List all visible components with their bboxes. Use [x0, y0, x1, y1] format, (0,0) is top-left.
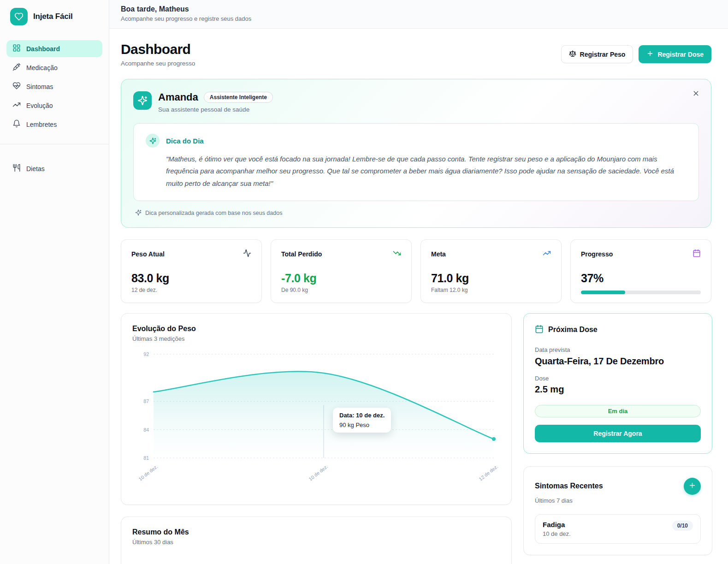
stat-sub: De 90.0 kg	[281, 287, 401, 293]
svg-text:12 de dez.: 12 de dez.	[478, 463, 499, 482]
symptom-date: 10 de dez.	[543, 530, 571, 537]
svg-text:10 de dez.: 10 de dez.	[308, 463, 329, 482]
stat-sub: Faltam 12.0 kg	[431, 287, 551, 293]
trending-up-icon	[12, 101, 21, 110]
svg-text:84: 84	[143, 427, 149, 432]
main-area: Boa tarde, Matheus Acompanhe seu progres…	[109, 0, 728, 564]
page-title: Dashboard	[121, 42, 195, 57]
sidebar-item-label: Sintomas	[26, 83, 53, 90]
assistant-card: Amanda Assistente Inteligente Sua assist…	[121, 79, 711, 228]
plus-icon	[688, 481, 696, 491]
dose-date-label: Data prevista	[535, 346, 701, 353]
sidebar: Injeta Fácil Dashboard Medicação Sintoma…	[0, 0, 109, 564]
sidebar-item-evolucao[interactable]: Evolução	[6, 97, 102, 114]
sidebar-item-dashboard[interactable]: Dashboard	[6, 40, 102, 57]
assistant-name: Amanda	[158, 91, 198, 103]
month-summary-subtitle: Últimos 30 dias	[132, 539, 500, 546]
stats-row: Peso Atual 83.0 kg 12 de dez. Total Perd…	[121, 239, 711, 303]
heart-logo-icon	[10, 8, 28, 25]
dose-status-badge: Em dia	[535, 405, 701, 417]
stat-value: -7.0 kg	[281, 272, 401, 285]
calendar-icon	[692, 249, 701, 259]
heart-pulse-icon	[12, 82, 21, 91]
svg-text:87: 87	[143, 398, 149, 404]
add-symptom-button[interactable]	[684, 478, 701, 495]
sparkles-avatar-icon	[133, 91, 152, 110]
sidebar-item-label: Lembretes	[26, 121, 57, 128]
app-root: Injeta Fácil Dashboard Medicação Sintoma…	[0, 0, 728, 564]
stat-value: 83.0 kg	[131, 272, 251, 285]
next-dose-title: Próxima Dose	[548, 326, 598, 334]
symptoms-subtitle: Últimos 7 dias	[535, 497, 701, 504]
tip-card: Dica do Dia "Matheus, é ótimo ver que vo…	[133, 123, 699, 201]
stat-value: 71.0 kg	[431, 272, 551, 285]
sidebar-item-lembretes[interactable]: Lembretes	[6, 116, 102, 133]
scale-icon	[569, 50, 576, 59]
sparkles-small-icon	[135, 209, 142, 217]
symptom-score-badge: 0/10	[672, 521, 693, 531]
progress-bar	[581, 291, 701, 294]
sidebar-nav: Dashboard Medicação Sintomas Evolução Le…	[0, 40, 109, 133]
mid-grid: Evolução do Peso Últimas 3 medições	[121, 313, 711, 564]
next-dose-card: Próxima Dose Data prevista Quarta-Feira,…	[523, 313, 712, 454]
weight-chart-card: Evolução do Peso Últimas 3 medições	[121, 313, 512, 505]
close-icon[interactable]	[692, 89, 700, 99]
syringe-icon	[12, 63, 21, 72]
assistant-badge: Assistente Inteligente	[204, 92, 273, 103]
topbar: Boa tarde, Matheus Acompanhe seu progres…	[109, 0, 728, 29]
dose-date-value: Quarta-Feira, 17 De Dezembro	[535, 356, 701, 367]
chart-tooltip: Data: 10 de dez. 90 kg Peso	[333, 408, 391, 433]
sidebar-item-label: Medicação	[26, 64, 58, 71]
month-summary-card: Resumo do Mês Últimos 30 dias	[121, 517, 512, 564]
calendar-icon	[535, 325, 544, 335]
register-weight-button[interactable]: Registrar Peso	[561, 45, 633, 63]
sidebar-nav-secondary: Dietas	[0, 160, 109, 177]
sparkles-icon	[146, 134, 160, 148]
stat-card-peso-atual: Peso Atual 83.0 kg 12 de dez.	[121, 239, 262, 303]
dose-amount-value: 2.5 mg	[535, 384, 701, 395]
sidebar-item-label: Dietas	[26, 165, 45, 172]
register-dose-button[interactable]: Registrar Dose	[639, 45, 711, 63]
sidebar-item-sintomas[interactable]: Sintomas	[6, 78, 102, 95]
greeting-subtitle: Acompanhe seu progresso e registre seus …	[121, 15, 716, 22]
stat-card-total-perdido: Total Perdido -7.0 kg De 90.0 kg	[271, 239, 412, 303]
app-logo: Injeta Fácil	[0, 0, 109, 33]
progress-bar-fill	[581, 291, 625, 294]
sidebar-divider	[0, 144, 109, 144]
bell-icon	[12, 119, 21, 129]
page-subtitle: Acompanhe seu progresso	[121, 60, 195, 67]
greeting: Boa tarde, Matheus	[121, 5, 716, 13]
sidebar-item-dietas[interactable]: Dietas	[6, 160, 102, 177]
symptom-name: Fadiga	[543, 521, 571, 528]
tip-text: "Matheus, é ótimo ver que você está foca…	[166, 153, 687, 190]
recent-symptoms-card: Sintomas Recentes Últimos 7 dias Fadiga …	[523, 466, 712, 555]
chart-subtitle: Últimas 3 medições	[132, 335, 500, 342]
svg-text:92: 92	[143, 351, 149, 357]
sidebar-item-label: Evolução	[26, 102, 53, 109]
svg-text:10 de dez.: 10 de dez.	[137, 463, 159, 482]
stat-sub: 12 de dez.	[131, 287, 251, 293]
utensils-icon	[12, 164, 21, 173]
month-summary-title: Resumo do Mês	[132, 528, 500, 536]
symptoms-title: Sintomas Recentes	[535, 482, 603, 490]
layout-grid-icon	[12, 44, 21, 53]
register-now-button[interactable]: Registrar Agora	[535, 425, 701, 442]
stat-card-progresso: Progresso 37%	[570, 239, 711, 303]
page-header: Dashboard Acompanhe seu progresso Regist…	[121, 42, 711, 67]
dose-amount-label: Dose	[535, 375, 701, 382]
weight-chart[interactable]: 9287848110 de dez.10 de dez.12 de dez. D…	[132, 348, 500, 493]
symptom-list-item[interactable]: Fadiga 10 de dez. 0/10	[535, 514, 701, 544]
sidebar-item-medicacao[interactable]: Medicação	[6, 59, 102, 76]
svg-text:81: 81	[143, 455, 149, 461]
trending-down-icon	[393, 249, 401, 259]
weight-chart-svg: 9287848110 de dez.10 de dez.12 de dez.	[132, 348, 500, 492]
tip-footnote: Dica personalizada gerada com base nos s…	[133, 209, 699, 217]
stat-card-meta: Meta 71.0 kg Faltam 12.0 kg	[420, 239, 562, 303]
page-content: Dashboard Acompanhe seu progresso Regist…	[109, 29, 728, 564]
stat-value: 37%	[581, 272, 701, 285]
assistant-subtitle: Sua assistente pessoal de saúde	[158, 106, 273, 113]
sidebar-item-label: Dashboard	[26, 45, 60, 53]
tip-title: Dica do Dia	[166, 137, 204, 145]
activity-icon	[243, 249, 251, 259]
trending-up-icon	[543, 249, 551, 259]
